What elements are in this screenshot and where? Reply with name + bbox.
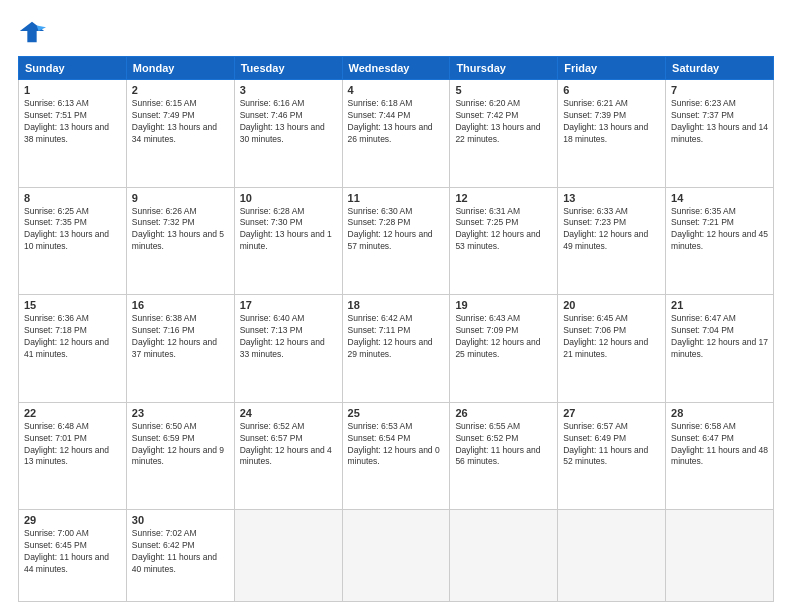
day-number: 2 (132, 84, 229, 96)
calendar-week-4: 22Sunrise: 6:48 AMSunset: 7:01 PMDayligh… (19, 402, 774, 510)
day-number: 22 (24, 407, 121, 419)
day-detail: Sunrise: 6:13 AMSunset: 7:51 PMDaylight:… (24, 98, 121, 146)
col-header-saturday: Saturday (666, 57, 774, 80)
day-detail: Sunrise: 6:36 AMSunset: 7:18 PMDaylight:… (24, 313, 121, 361)
calendar-cell: 15Sunrise: 6:36 AMSunset: 7:18 PMDayligh… (19, 295, 127, 403)
calendar-cell: 3Sunrise: 6:16 AMSunset: 7:46 PMDaylight… (234, 80, 342, 188)
day-number: 9 (132, 192, 229, 204)
calendar-cell: 10Sunrise: 6:28 AMSunset: 7:30 PMDayligh… (234, 187, 342, 295)
day-detail: Sunrise: 6:52 AMSunset: 6:57 PMDaylight:… (240, 421, 337, 469)
header (18, 18, 774, 46)
day-detail: Sunrise: 6:30 AMSunset: 7:28 PMDaylight:… (348, 206, 445, 254)
day-number: 11 (348, 192, 445, 204)
day-detail: Sunrise: 6:28 AMSunset: 7:30 PMDaylight:… (240, 206, 337, 254)
col-header-friday: Friday (558, 57, 666, 80)
day-detail: Sunrise: 6:25 AMSunset: 7:35 PMDaylight:… (24, 206, 121, 254)
day-number: 21 (671, 299, 768, 311)
day-detail: Sunrise: 6:15 AMSunset: 7:49 PMDaylight:… (132, 98, 229, 146)
calendar-cell (342, 510, 450, 602)
day-number: 4 (348, 84, 445, 96)
calendar-cell: 12Sunrise: 6:31 AMSunset: 7:25 PMDayligh… (450, 187, 558, 295)
calendar-cell: 18Sunrise: 6:42 AMSunset: 7:11 PMDayligh… (342, 295, 450, 403)
calendar-cell (234, 510, 342, 602)
day-number: 13 (563, 192, 660, 204)
calendar-cell: 7Sunrise: 6:23 AMSunset: 7:37 PMDaylight… (666, 80, 774, 188)
calendar-cell: 22Sunrise: 6:48 AMSunset: 7:01 PMDayligh… (19, 402, 127, 510)
day-number: 30 (132, 514, 229, 526)
calendar-cell: 4Sunrise: 6:18 AMSunset: 7:44 PMDaylight… (342, 80, 450, 188)
day-number: 15 (24, 299, 121, 311)
calendar-cell: 14Sunrise: 6:35 AMSunset: 7:21 PMDayligh… (666, 187, 774, 295)
day-detail: Sunrise: 6:31 AMSunset: 7:25 PMDaylight:… (455, 206, 552, 254)
day-number: 27 (563, 407, 660, 419)
col-header-thursday: Thursday (450, 57, 558, 80)
calendar-cell: 21Sunrise: 6:47 AMSunset: 7:04 PMDayligh… (666, 295, 774, 403)
day-number: 12 (455, 192, 552, 204)
calendar-cell: 9Sunrise: 6:26 AMSunset: 7:32 PMDaylight… (126, 187, 234, 295)
calendar-cell: 6Sunrise: 6:21 AMSunset: 7:39 PMDaylight… (558, 80, 666, 188)
day-detail: Sunrise: 6:53 AMSunset: 6:54 PMDaylight:… (348, 421, 445, 469)
day-detail: Sunrise: 6:50 AMSunset: 6:59 PMDaylight:… (132, 421, 229, 469)
day-number: 25 (348, 407, 445, 419)
calendar-cell: 30Sunrise: 7:02 AMSunset: 6:42 PMDayligh… (126, 510, 234, 602)
day-number: 28 (671, 407, 768, 419)
calendar-cell: 28Sunrise: 6:58 AMSunset: 6:47 PMDayligh… (666, 402, 774, 510)
calendar-week-1: 1Sunrise: 6:13 AMSunset: 7:51 PMDaylight… (19, 80, 774, 188)
day-detail: Sunrise: 7:02 AMSunset: 6:42 PMDaylight:… (132, 528, 229, 576)
calendar-week-5: 29Sunrise: 7:00 AMSunset: 6:45 PMDayligh… (19, 510, 774, 602)
logo-icon (18, 18, 46, 46)
calendar-cell: 5Sunrise: 6:20 AMSunset: 7:42 PMDaylight… (450, 80, 558, 188)
day-number: 26 (455, 407, 552, 419)
calendar-week-3: 15Sunrise: 6:36 AMSunset: 7:18 PMDayligh… (19, 295, 774, 403)
col-header-sunday: Sunday (19, 57, 127, 80)
day-detail: Sunrise: 6:38 AMSunset: 7:16 PMDaylight:… (132, 313, 229, 361)
day-detail: Sunrise: 6:47 AMSunset: 7:04 PMDaylight:… (671, 313, 768, 361)
calendar-week-2: 8Sunrise: 6:25 AMSunset: 7:35 PMDaylight… (19, 187, 774, 295)
calendar-cell (558, 510, 666, 602)
day-detail: Sunrise: 6:21 AMSunset: 7:39 PMDaylight:… (563, 98, 660, 146)
day-number: 10 (240, 192, 337, 204)
day-detail: Sunrise: 6:55 AMSunset: 6:52 PMDaylight:… (455, 421, 552, 469)
calendar-cell (666, 510, 774, 602)
calendar-cell: 29Sunrise: 7:00 AMSunset: 6:45 PMDayligh… (19, 510, 127, 602)
day-detail: Sunrise: 6:33 AMSunset: 7:23 PMDaylight:… (563, 206, 660, 254)
day-detail: Sunrise: 6:26 AMSunset: 7:32 PMDaylight:… (132, 206, 229, 254)
day-number: 14 (671, 192, 768, 204)
calendar-cell: 16Sunrise: 6:38 AMSunset: 7:16 PMDayligh… (126, 295, 234, 403)
calendar-table: SundayMondayTuesdayWednesdayThursdayFrid… (18, 56, 774, 602)
calendar-cell: 13Sunrise: 6:33 AMSunset: 7:23 PMDayligh… (558, 187, 666, 295)
day-detail: Sunrise: 6:16 AMSunset: 7:46 PMDaylight:… (240, 98, 337, 146)
day-number: 7 (671, 84, 768, 96)
day-detail: Sunrise: 6:42 AMSunset: 7:11 PMDaylight:… (348, 313, 445, 361)
day-detail: Sunrise: 6:58 AMSunset: 6:47 PMDaylight:… (671, 421, 768, 469)
day-number: 8 (24, 192, 121, 204)
calendar-cell: 19Sunrise: 6:43 AMSunset: 7:09 PMDayligh… (450, 295, 558, 403)
calendar-cell: 8Sunrise: 6:25 AMSunset: 7:35 PMDaylight… (19, 187, 127, 295)
day-number: 3 (240, 84, 337, 96)
day-number: 17 (240, 299, 337, 311)
day-number: 18 (348, 299, 445, 311)
day-detail: Sunrise: 6:57 AMSunset: 6:49 PMDaylight:… (563, 421, 660, 469)
calendar-cell (450, 510, 558, 602)
day-number: 6 (563, 84, 660, 96)
day-number: 1 (24, 84, 121, 96)
day-number: 23 (132, 407, 229, 419)
day-detail: Sunrise: 6:40 AMSunset: 7:13 PMDaylight:… (240, 313, 337, 361)
calendar-cell: 1Sunrise: 6:13 AMSunset: 7:51 PMDaylight… (19, 80, 127, 188)
calendar-cell: 20Sunrise: 6:45 AMSunset: 7:06 PMDayligh… (558, 295, 666, 403)
day-number: 20 (563, 299, 660, 311)
col-header-monday: Monday (126, 57, 234, 80)
calendar-cell: 27Sunrise: 6:57 AMSunset: 6:49 PMDayligh… (558, 402, 666, 510)
day-number: 29 (24, 514, 121, 526)
day-detail: Sunrise: 6:45 AMSunset: 7:06 PMDaylight:… (563, 313, 660, 361)
day-number: 19 (455, 299, 552, 311)
day-detail: Sunrise: 6:18 AMSunset: 7:44 PMDaylight:… (348, 98, 445, 146)
logo (18, 18, 50, 46)
calendar-cell: 26Sunrise: 6:55 AMSunset: 6:52 PMDayligh… (450, 402, 558, 510)
day-detail: Sunrise: 6:43 AMSunset: 7:09 PMDaylight:… (455, 313, 552, 361)
day-detail: Sunrise: 6:48 AMSunset: 7:01 PMDaylight:… (24, 421, 121, 469)
calendar-cell: 23Sunrise: 6:50 AMSunset: 6:59 PMDayligh… (126, 402, 234, 510)
calendar-cell: 2Sunrise: 6:15 AMSunset: 7:49 PMDaylight… (126, 80, 234, 188)
day-number: 16 (132, 299, 229, 311)
calendar-cell: 17Sunrise: 6:40 AMSunset: 7:13 PMDayligh… (234, 295, 342, 403)
